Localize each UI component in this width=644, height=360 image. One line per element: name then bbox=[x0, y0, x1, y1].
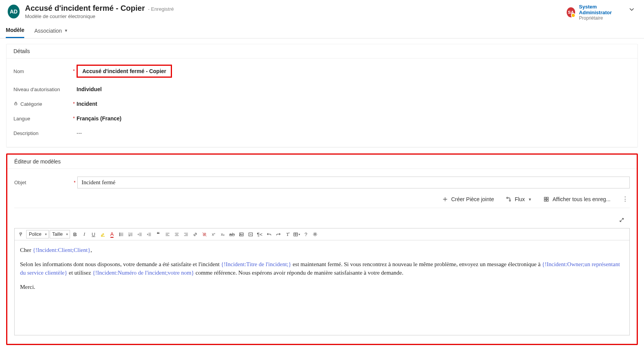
lock-icon bbox=[13, 101, 18, 107]
link-button[interactable] bbox=[191, 230, 199, 238]
required-icon: * bbox=[72, 180, 77, 185]
settings-button[interactable] bbox=[311, 230, 319, 238]
body-token: {!Incident:Numéro de l'incident;votre no… bbox=[92, 270, 194, 276]
svg-point-7 bbox=[119, 233, 120, 233]
indent-button[interactable] bbox=[145, 230, 153, 238]
subscript-button[interactable]: x₂ bbox=[219, 230, 227, 238]
desc-field[interactable]: --- bbox=[77, 130, 82, 136]
details-panel: Détails Nom * Accusé d'incident fermé - … bbox=[6, 44, 638, 147]
auth-label: Niveau d'autorisation bbox=[13, 87, 71, 92]
category-field[interactable]: Incident bbox=[77, 101, 97, 107]
svg-point-1 bbox=[507, 197, 508, 199]
svg-point-14 bbox=[314, 233, 316, 235]
svg-point-2 bbox=[509, 200, 511, 202]
body-text: et utilisez bbox=[67, 270, 92, 276]
underline-button[interactable]: U bbox=[89, 230, 98, 238]
owner-name[interactable]: System Administrator bbox=[579, 4, 623, 15]
expand-editor-button[interactable] bbox=[617, 216, 626, 224]
details-section-title: Détails bbox=[7, 44, 637, 58]
svg-rect-5 bbox=[544, 200, 546, 201]
more-actions-button[interactable]: ⋮ bbox=[622, 196, 628, 202]
page-subtitle: Modèle de courrier électronique bbox=[25, 13, 567, 19]
svg-rect-6 bbox=[547, 200, 548, 201]
table-button[interactable]: ▾ bbox=[292, 230, 301, 238]
undo-button[interactable] bbox=[265, 230, 273, 238]
app-avatar: AD bbox=[8, 5, 20, 18]
saved-status: - Enregistré bbox=[148, 6, 174, 12]
svg-rect-3 bbox=[544, 197, 546, 199]
bold-button[interactable]: B bbox=[71, 230, 79, 238]
tab-modele[interactable]: Modèle bbox=[6, 25, 24, 38]
clear-format-button[interactable] bbox=[283, 230, 292, 238]
body-text: , bbox=[90, 247, 92, 253]
redo-button[interactable] bbox=[274, 230, 282, 238]
name-field[interactable]: Accusé d'incident fermé - Copier bbox=[82, 68, 166, 74]
desc-label: Description bbox=[13, 130, 71, 136]
show-all-records-button[interactable]: Afficher tous les enreg... bbox=[543, 196, 611, 202]
required-icon: * bbox=[71, 116, 77, 121]
flow-icon bbox=[506, 196, 512, 202]
rtl-button[interactable]: ¶< bbox=[255, 230, 264, 238]
create-attachment-button[interactable]: Créer Pièce jointe bbox=[442, 196, 494, 202]
highlight-button[interactable] bbox=[98, 230, 107, 238]
body-text: Merci. bbox=[20, 283, 624, 292]
editor-panel: Éditeur de modèles Objet * Créer Pièce j… bbox=[6, 153, 638, 345]
body-token: {!Incident:Client;Client} bbox=[33, 247, 90, 253]
required-icon: * bbox=[71, 101, 77, 107]
body-text: Cher bbox=[20, 247, 33, 253]
strikethrough-button[interactable]: ab bbox=[228, 230, 236, 238]
align-center-button[interactable] bbox=[172, 230, 181, 238]
align-left-button[interactable] bbox=[163, 230, 172, 238]
align-right-button[interactable] bbox=[182, 230, 190, 238]
flow-button[interactable]: Flux ▼ bbox=[506, 196, 532, 202]
flow-label: Flux bbox=[515, 196, 525, 202]
unlink-button[interactable] bbox=[200, 230, 209, 238]
rte-content[interactable]: Cher {!Incident:Client;Client}, Selon le… bbox=[15, 240, 629, 335]
quote-button[interactable]: ❝ bbox=[154, 230, 162, 238]
plus-icon bbox=[442, 196, 448, 202]
insert-field-button[interactable] bbox=[246, 230, 255, 238]
font-size-label: Taille bbox=[52, 232, 63, 237]
svg-point-8 bbox=[119, 234, 120, 235]
show-all-label: Afficher tous les enreg... bbox=[552, 196, 611, 202]
body-text: est maintenant fermé. Si vous rencontrez… bbox=[291, 261, 542, 267]
more-vertical-icon: ⋮ bbox=[622, 196, 628, 202]
rich-text-editor: Police Taille B I U A ❝ bbox=[14, 228, 630, 335]
grid-icon bbox=[543, 196, 549, 202]
bullet-list-button[interactable] bbox=[117, 230, 125, 238]
owner-role: Propriétaire bbox=[579, 15, 623, 21]
font-family-select[interactable]: Police bbox=[26, 230, 49, 238]
help-button[interactable]: ? bbox=[302, 230, 310, 238]
expand-header-button[interactable] bbox=[627, 4, 636, 15]
name-label: Nom bbox=[13, 68, 71, 74]
body-text: Selon les informations dont nous disposo… bbox=[20, 261, 221, 267]
auth-field[interactable]: Individuel bbox=[77, 86, 102, 92]
subject-label: Objet bbox=[14, 180, 72, 185]
category-label-text: Catégorie bbox=[20, 101, 42, 107]
number-list-button[interactable] bbox=[126, 230, 135, 238]
chevron-down-icon: ▼ bbox=[64, 28, 68, 33]
svg-rect-0 bbox=[15, 103, 17, 105]
body-text: comme référence. Nous espérons avoir rép… bbox=[194, 270, 404, 276]
superscript-button[interactable]: x² bbox=[209, 230, 218, 238]
category-label: Catégorie bbox=[13, 101, 71, 107]
font-color-button[interactable]: A bbox=[108, 230, 116, 238]
insert-image-button[interactable] bbox=[237, 230, 245, 238]
font-family-label: Police bbox=[29, 232, 42, 237]
subject-input[interactable] bbox=[77, 177, 630, 188]
italic-button[interactable]: I bbox=[80, 230, 88, 238]
create-attachment-label: Créer Pièce jointe bbox=[451, 196, 494, 202]
page-title: Accusé d'incident fermé - Copier bbox=[25, 4, 145, 13]
chevron-down-icon: ▼ bbox=[528, 197, 532, 202]
required-icon: * bbox=[71, 68, 77, 74]
rte-toolbar: Police Taille B I U A ❝ bbox=[15, 228, 629, 240]
lang-field[interactable]: Français (France) bbox=[77, 115, 122, 122]
tab-association[interactable]: Association ▼ bbox=[34, 25, 68, 38]
font-size-select[interactable]: Taille bbox=[50, 230, 70, 238]
owner-avatar: SA bbox=[567, 7, 575, 17]
format-painter-button[interactable] bbox=[17, 230, 25, 238]
svg-point-9 bbox=[119, 235, 120, 236]
body-token: {!Incident:Titre de l'incident;} bbox=[221, 261, 291, 267]
outdent-button[interactable] bbox=[135, 230, 144, 238]
svg-rect-4 bbox=[547, 197, 548, 199]
